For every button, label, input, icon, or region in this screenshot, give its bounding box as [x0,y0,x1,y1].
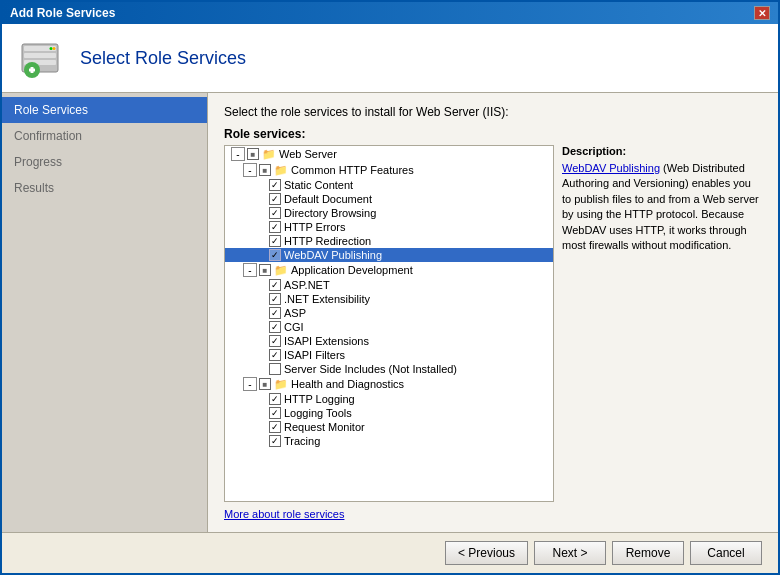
content-area: Role Services Confirmation Progress Resu… [2,93,778,532]
instruction-text: Select the role services to install for … [224,105,762,119]
checkbox-cgi[interactable] [269,321,281,333]
checkbox-tracing[interactable] [269,435,281,447]
label-app-dev: Application Development [291,264,413,276]
checkbox-default-doc[interactable] [269,193,281,205]
label-isapi-ext: ISAPI Extensions [284,335,369,347]
description-title: Description: [562,145,762,157]
description-body: WebDAV Publishing (Web Distributed Autho… [562,161,762,253]
description-pane: Description: WebDAV Publishing (Web Dist… [562,145,762,502]
label-log-tools: Logging Tools [284,407,352,419]
sidebar-item-progress: Progress [2,149,207,175]
tree-node-aspnet[interactable]: ASP.NET [225,278,553,292]
sidebar-item-confirmation: Confirmation [2,123,207,149]
title-bar: Add Role Services ✕ [2,2,778,24]
tree-node-cgi[interactable]: CGI [225,320,553,334]
tree-node-asp[interactable]: ASP [225,306,553,320]
checkbox-asp[interactable] [269,307,281,319]
remove-button[interactable]: Remove [612,541,684,565]
checkbox-web-server[interactable] [247,148,259,160]
tree-node-app-dev[interactable]: - 📁 Application Development [225,262,553,278]
next-button[interactable]: Next > [534,541,606,565]
window-title: Add Role Services [10,6,115,20]
label-http-redir: HTTP Redirection [284,235,371,247]
svg-rect-8 [31,67,34,73]
sidebar: Role Services Confirmation Progress Resu… [2,93,208,532]
label-tracing: Tracing [284,435,320,447]
checkbox-http-redir[interactable] [269,235,281,247]
checkbox-log-tools[interactable] [269,407,281,419]
tree-node-ssi[interactable]: Server Side Includes (Not Installed) [225,362,553,376]
tree-node-http-errors[interactable]: HTTP Errors [225,220,553,234]
previous-button[interactable]: < Previous [445,541,528,565]
header-icon [18,34,66,82]
expander-health[interactable]: - [243,377,257,391]
tree-node-web-server[interactable]: - 📁 Web Server [225,146,553,162]
label-static-content: Static Content [284,179,353,191]
tree-node-common-http[interactable]: - 📁 Common HTTP Features [225,162,553,178]
label-cgi: CGI [284,321,304,333]
checkbox-ssi[interactable] [269,363,281,375]
tree-node-default-doc[interactable]: Default Document [225,192,553,206]
footer-bar: < Previous Next > Remove Cancel [2,532,778,573]
role-services-tree[interactable]: - 📁 Web Server - 📁 Common HTTP Features [224,145,554,502]
main-window: Add Role Services ✕ Select Role Services [0,0,780,575]
checkbox-isapi-filters[interactable] [269,349,281,361]
label-asp: ASP [284,307,306,319]
tree-node-isapi-filters[interactable]: ISAPI Filters [225,348,553,362]
checkbox-dir-browsing[interactable] [269,207,281,219]
checkbox-health[interactable] [259,378,271,390]
checkbox-http-log[interactable] [269,393,281,405]
tree-node-log-tools[interactable]: Logging Tools [225,406,553,420]
close-button[interactable]: ✕ [754,6,770,20]
label-aspnet: ASP.NET [284,279,330,291]
svg-rect-2 [24,53,56,58]
folder-icon-health: 📁 [274,378,288,391]
folder-icon: 📁 [262,148,276,161]
tree-node-tracing[interactable]: Tracing [225,434,553,448]
label-dir-browsing: Directory Browsing [284,207,376,219]
label-health: Health and Diagnostics [291,378,404,390]
tree-node-static-content[interactable]: Static Content [225,178,553,192]
checkbox-http-errors[interactable] [269,221,281,233]
description-link[interactable]: WebDAV Publishing [562,162,660,174]
checkbox-common-http[interactable] [259,164,271,176]
label-web-server: Web Server [279,148,337,160]
expander-web-server[interactable]: - [231,147,245,161]
main-panel: Select the role services to install for … [208,93,778,532]
tree-node-net-ext[interactable]: .NET Extensibility [225,292,553,306]
expander-common-http[interactable]: - [243,163,257,177]
header-title: Select Role Services [80,48,246,69]
checkbox-req-monitor[interactable] [269,421,281,433]
role-services-label: Role services: [224,127,762,141]
more-link-container: More about role services [224,508,762,520]
tree-node-dir-browsing[interactable]: Directory Browsing [225,206,553,220]
label-isapi-filters: ISAPI Filters [284,349,345,361]
checkbox-static-content[interactable] [269,179,281,191]
header-section: Select Role Services [2,24,778,93]
tree-node-webdav[interactable]: WebDAV Publishing [225,248,553,262]
checkbox-app-dev[interactable] [259,264,271,276]
label-common-http: Common HTTP Features [291,164,414,176]
checkbox-aspnet[interactable] [269,279,281,291]
folder-icon-common-http: 📁 [274,164,288,177]
sidebar-item-role-services[interactable]: Role Services [2,97,207,123]
checkbox-webdav[interactable] [269,249,281,261]
cancel-button[interactable]: Cancel [690,541,762,565]
tree-node-isapi-ext[interactable]: ISAPI Extensions [225,334,553,348]
svg-point-5 [53,47,56,50]
folder-icon-app-dev: 📁 [274,264,288,277]
label-req-monitor: Request Monitor [284,421,365,433]
label-net-ext: .NET Extensibility [284,293,370,305]
tree-node-http-redir[interactable]: HTTP Redirection [225,234,553,248]
tree-node-http-log[interactable]: HTTP Logging [225,392,553,406]
more-about-role-services-link[interactable]: More about role services [224,508,344,520]
split-pane: - 📁 Web Server - 📁 Common HTTP Features [224,145,762,502]
tree-node-health[interactable]: - 📁 Health and Diagnostics [225,376,553,392]
tree-node-req-monitor[interactable]: Request Monitor [225,420,553,434]
label-http-errors: HTTP Errors [284,221,346,233]
svg-point-4 [50,47,53,50]
checkbox-isapi-ext[interactable] [269,335,281,347]
expander-app-dev[interactable]: - [243,263,257,277]
label-webdav: WebDAV Publishing [284,249,382,261]
checkbox-net-ext[interactable] [269,293,281,305]
